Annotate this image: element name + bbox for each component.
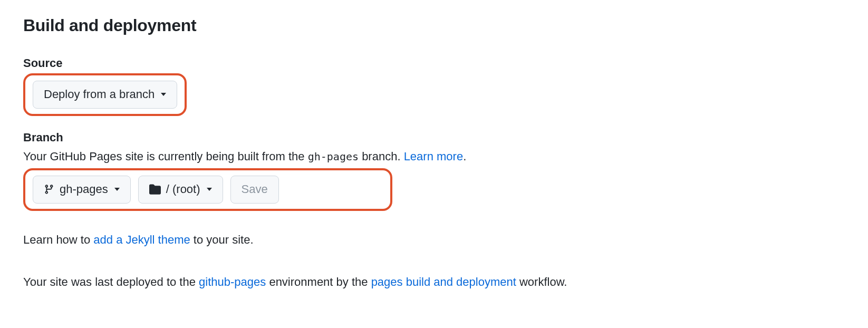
branch-code: gh-pages [308,150,359,163]
branch-desc-suffix: branch. [359,150,404,163]
jekyll-suffix: to your site. [190,233,254,246]
branch-period: . [463,150,466,163]
folder-icon [149,184,161,195]
caret-down-icon [161,93,166,96]
save-button[interactable]: Save [230,176,279,204]
caret-down-icon [114,188,120,191]
folder-dropdown[interactable]: / (root) [138,176,223,204]
deploy-mid: environment by the [266,275,371,288]
source-label: Source [23,56,845,70]
branch-highlight: gh-pages / (root) Save [23,168,392,211]
jekyll-prefix: Learn how to [23,233,93,246]
git-branch-icon [44,184,54,195]
jekyll-line: Learn how to add a Jekyll theme to your … [23,233,845,247]
source-dropdown-label: Deploy from a branch [44,86,155,103]
deploy-prefix: Your site was last deployed to the [23,275,199,288]
deploy-line: Your site was last deployed to the githu… [23,275,845,289]
branch-description: Your GitHub Pages site is currently bein… [23,148,845,165]
section-heading: Build and deployment [23,16,845,35]
caret-down-icon [207,188,212,191]
jekyll-theme-link[interactable]: add a Jekyll theme [93,233,190,246]
source-highlight: Deploy from a branch [23,73,187,116]
branch-label: Branch [23,131,845,144]
workflow-link[interactable]: pages build and deployment [371,275,516,288]
branch-desc-prefix: Your GitHub Pages site is currently bein… [23,150,308,163]
source-dropdown[interactable]: Deploy from a branch [33,81,177,109]
environment-link[interactable]: github-pages [199,275,266,288]
branch-dropdown[interactable]: gh-pages [33,176,131,204]
folder-dropdown-label: / (root) [166,181,200,198]
learn-more-link[interactable]: Learn more [404,150,464,163]
deploy-suffix: workflow. [516,275,567,288]
save-button-label: Save [242,181,268,198]
branch-dropdown-label: gh-pages [60,181,108,198]
